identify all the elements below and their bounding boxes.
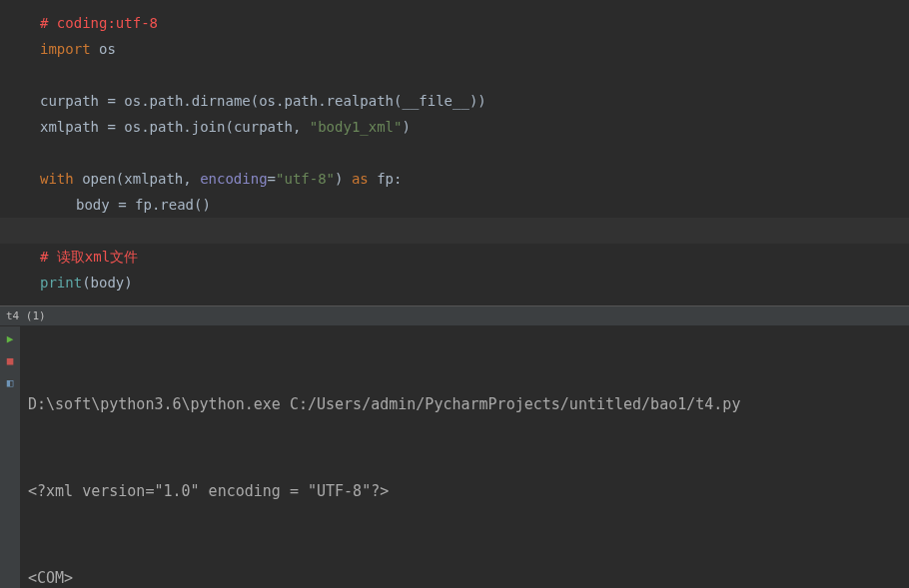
- code-line[interactable]: curpath = os.path.dirname(os.path.realpa…: [0, 88, 909, 114]
- identifier: fp:: [369, 171, 403, 187]
- code-line-blank[interactable]: [0, 140, 909, 166]
- console-output[interactable]: D:\soft\python3.6\python.exe C:/Users/ad…: [20, 326, 909, 588]
- paren: ): [335, 171, 352, 187]
- code-editor[interactable]: # coding:utf-8 import os curpath = os.pa…: [0, 0, 909, 305]
- stop-icon[interactable]: ■: [3, 354, 17, 368]
- string-literal: "utf-8": [276, 171, 335, 187]
- code-line-current[interactable]: [0, 218, 909, 244]
- rerun-icon[interactable]: ▶: [3, 332, 17, 346]
- comment: # 读取xml文件: [40, 249, 138, 265]
- identifier: os: [91, 41, 116, 57]
- identifier: curpath: [40, 93, 107, 109]
- expression: (body): [82, 275, 133, 291]
- run-console: ▶ ■ ◧ D:\soft\python3.6\python.exe C:/Us…: [0, 326, 909, 588]
- code-line[interactable]: print(body): [0, 270, 909, 295]
- operator: =: [107, 119, 115, 135]
- expression: os.path.join(curpath,: [116, 119, 310, 135]
- string-literal: "body1_xml": [310, 119, 403, 135]
- code-line[interactable]: # 读取xml文件: [0, 244, 909, 270]
- operator: =: [118, 197, 126, 213]
- operator: =: [107, 93, 115, 109]
- keyword: as: [352, 171, 369, 187]
- console-line: <COM>: [28, 564, 901, 588]
- expression: os.path.dirname(os.path.realpath(__file_…: [116, 93, 486, 109]
- code-line[interactable]: with open(xmlpath, encoding="utf-8") as …: [0, 166, 909, 192]
- kwarg: encoding: [200, 171, 267, 187]
- code-line[interactable]: xmlpath = os.path.join(curpath, "body1_x…: [0, 114, 909, 140]
- console-line: <?xml version="1.0" encoding = "UTF-8"?>: [28, 477, 901, 506]
- run-tab-bar[interactable]: t4 (1): [0, 305, 909, 326]
- code-line[interactable]: # coding:utf-8: [0, 10, 909, 36]
- code-line[interactable]: import os: [0, 36, 909, 62]
- code-line-blank[interactable]: [0, 62, 909, 88]
- paren: ): [402, 119, 410, 135]
- console-toolbar: ▶ ■ ◧: [0, 326, 20, 588]
- identifier: body: [76, 197, 118, 213]
- keyword: with: [40, 171, 74, 187]
- expression: open(xmlpath,: [74, 171, 200, 187]
- builtin: print: [40, 275, 82, 291]
- comment: # coding:utf-8: [40, 15, 158, 31]
- expression: fp.read(): [127, 197, 211, 213]
- run-tab-label[interactable]: t4 (1): [6, 309, 46, 322]
- layout-icon[interactable]: ◧: [3, 376, 17, 390]
- operator: =: [268, 171, 276, 187]
- identifier: xmlpath: [40, 119, 107, 135]
- keyword: import: [40, 41, 91, 57]
- console-line: D:\soft\python3.6\python.exe C:/Users/ad…: [28, 390, 901, 419]
- code-line[interactable]: body = fp.read(): [0, 192, 909, 218]
